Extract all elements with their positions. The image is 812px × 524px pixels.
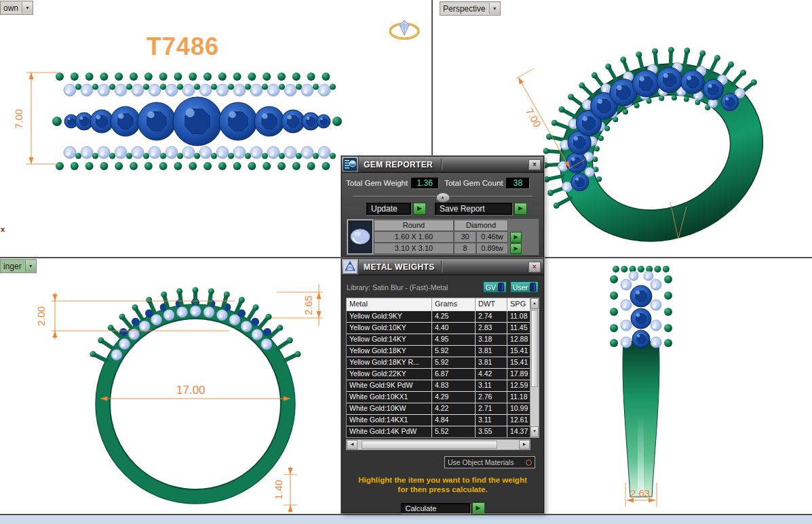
vertical-scrollbar[interactable]: ▲ ▼	[530, 298, 539, 438]
metal-cell-grams: 4.25	[432, 311, 476, 322]
viewport-tab-label: inger	[1, 262, 25, 271]
total-gem-count-value: 38	[506, 178, 529, 188]
column-header-grams[interactable]: Grams	[432, 298, 476, 310]
dimension-label-finger-diameter: 17.00	[176, 384, 206, 397]
metal-table-row[interactable]: White Gold:10KX14.292.7611.18	[347, 391, 530, 403]
dimension-label-top-width: 7.00	[13, 109, 24, 129]
save-report-button[interactable]: Save Report	[435, 203, 512, 215]
user-button[interactable]: User	[510, 281, 539, 293]
metal-cell-dwt: 3.11	[476, 415, 507, 426]
library-label: Library: Satin Blur - (Fast)-Metal	[347, 283, 480, 291]
metal-cell-spg: 17.89	[507, 369, 530, 380]
column-header-spg[interactable]: SPG	[507, 298, 530, 310]
viewport-tab-finger[interactable]: inger ▼	[0, 259, 37, 273]
metal-table-row[interactable]: White Gold:10KW4.222.7110.99	[347, 403, 530, 414]
titlebar-groove	[441, 261, 442, 273]
metal-cell-grams: 4.40	[432, 323, 476, 334]
gem-size-table: Round Diamond 1.60 X 1.60300.46tw▶3.10 X…	[374, 220, 522, 254]
metal-cell-spg: 10.99	[507, 403, 530, 414]
metal-cell-spg: 12.59	[507, 380, 530, 391]
metal-table-row[interactable]: Yellow Gold:10KY4.402.8311.45	[347, 322, 530, 334]
toggle-icon	[498, 283, 504, 291]
gem-shape-header: Round	[374, 220, 454, 231]
metal-cell-dwt: 2.71	[476, 403, 507, 414]
metal-weights-titlebar[interactable]: METAL WEIGHTS ×	[342, 259, 543, 275]
toggle-icon	[530, 283, 536, 291]
scrollbar-thumb[interactable]	[362, 441, 497, 449]
gem-table: Round Diamond 1.60 X 1.60300.46tw▶3.10 X…	[346, 218, 539, 256]
chevron-down-icon[interactable]: ▼	[22, 2, 33, 14]
metal-cell-grams: 4.83	[432, 380, 476, 391]
close-icon[interactable]: ×	[528, 262, 541, 273]
gem-thumbnail	[347, 220, 373, 254]
scrollbar-track[interactable]	[357, 440, 519, 449]
spacer	[508, 220, 522, 231]
update-button[interactable]: Update	[366, 203, 411, 215]
chevron-down-icon[interactable]: ▼	[25, 260, 36, 272]
metal-cell-grams: 5.92	[432, 346, 476, 357]
gem-row-go-icon[interactable]: ▶	[510, 232, 522, 243]
save-report-go-icon[interactable]: ▶	[514, 203, 527, 215]
scroll-right-icon[interactable]: ▶	[519, 440, 530, 449]
metal-table-wrap: Metal Grams DWT SPG Yellow Gold:9KY4.252…	[346, 298, 539, 438]
gem-count-cell: 8	[454, 243, 476, 254]
gem-reporter-panel: GEM REPORTER × Total Gem Weight 1.36 Tot…	[341, 156, 544, 259]
gem-size-cell: 1.60 X 1.60	[374, 231, 454, 243]
dimension-label-shank-thickness: 1.40	[273, 480, 284, 500]
column-header-metal[interactable]: Metal	[347, 298, 432, 310]
point-marker: x	[1, 225, 5, 233]
gem-reporter-title: GEM REPORTER	[364, 160, 433, 169]
calculate-button[interactable]: Calculate	[401, 503, 470, 514]
metal-cell-dwt: 3.81	[476, 357, 507, 368]
viewport-tab-top[interactable]: own ▼	[0, 1, 33, 15]
gem-totals-row: Total Gem Weight 1.36 Total Gem Count 38	[342, 173, 543, 190]
metal-cell-metal: White Gold:14KX1	[347, 415, 432, 426]
gv-button-label: GV	[486, 283, 496, 291]
calculate-go-icon[interactable]: ▶	[472, 502, 485, 515]
gem-weight-cell: 0.89tw	[476, 243, 508, 254]
scroll-down-icon[interactable]: ▼	[530, 426, 539, 437]
close-icon[interactable]: ×	[528, 159, 541, 170]
metal-table-row[interactable]: Yellow Gold:9KY4.252.7411.08	[347, 310, 530, 322]
metal-cell-spg: 14.37	[507, 426, 530, 437]
collapse-button[interactable]: ▲	[436, 193, 450, 203]
metal-cell-metal: Yellow Gold:18KY R...	[347, 357, 432, 368]
metal-cell-dwt: 2.76	[476, 392, 507, 403]
metal-cell-dwt: 3.11	[476, 380, 507, 391]
metal-table-row[interactable]: Yellow Gold:18KY5.923.8115.41	[347, 345, 530, 357]
metal-cell-metal: White Gold:10KW	[347, 403, 432, 414]
metal-table-row[interactable]: Yellow Gold:18KY R...5.923.8115.41	[347, 357, 530, 368]
update-go-icon[interactable]: ▶	[413, 203, 426, 215]
metal-table-row[interactable]: White Gold:14KX14.843.1112.61	[347, 414, 530, 426]
metal-cell-grams: 5.52	[432, 426, 476, 437]
horizontal-scrollbar[interactable]: ◀ ▶	[346, 439, 530, 450]
metal-table-row[interactable]: White Gold:14K PdW5.523.5514.37	[347, 426, 530, 437]
scrollbar-thumb[interactable]	[531, 310, 538, 387]
viewport-tab-perspective[interactable]: Perspective ▼	[440, 1, 501, 16]
scroll-up-icon[interactable]: ▲	[530, 298, 539, 309]
column-header-dwt[interactable]: DWT	[476, 298, 507, 310]
instruction-line2: for then press calculate.	[342, 485, 543, 494]
metal-weights-icon	[342, 259, 359, 275]
scrollbar-track[interactable]	[530, 309, 539, 426]
gv-button[interactable]: GV	[483, 281, 507, 293]
gem-size-cell: 3.10 X 3.10	[374, 243, 454, 254]
total-gem-count-label: Total Gem Count	[444, 179, 503, 187]
metal-cell-spg: 11.45	[507, 323, 530, 334]
use-object-materials-label: Use Object Materials	[448, 458, 514, 466]
metal-table-row[interactable]: White Gold:9K PdW4.833.1112.59	[347, 380, 530, 391]
use-object-materials-dropdown[interactable]: Use Object Materials	[444, 456, 535, 468]
metal-cell-spg: 11.18	[507, 392, 530, 403]
metal-table-row[interactable]: Yellow Gold:14KY4.953.1812.88	[347, 334, 530, 345]
dimension-label-shank-width: 2.63	[630, 487, 650, 499]
metal-cell-grams: 4.29	[432, 392, 476, 403]
chevron-down-icon[interactable]: ▼	[489, 3, 500, 14]
metal-cell-dwt: 3.55	[476, 426, 507, 437]
gem-reporter-icon	[342, 157, 359, 172]
scroll-left-icon[interactable]: ◀	[347, 440, 357, 449]
metal-table: Metal Grams DWT SPG Yellow Gold:9KY4.252…	[346, 298, 530, 438]
gem-reporter-titlebar[interactable]: GEM REPORTER ×	[342, 157, 543, 173]
gem-row-go-icon[interactable]: ▶	[510, 243, 522, 254]
panel-section-divider: ▲	[353, 193, 533, 201]
metal-table-row[interactable]: Yellow Gold:22KY6.874.4217.89	[347, 368, 530, 380]
